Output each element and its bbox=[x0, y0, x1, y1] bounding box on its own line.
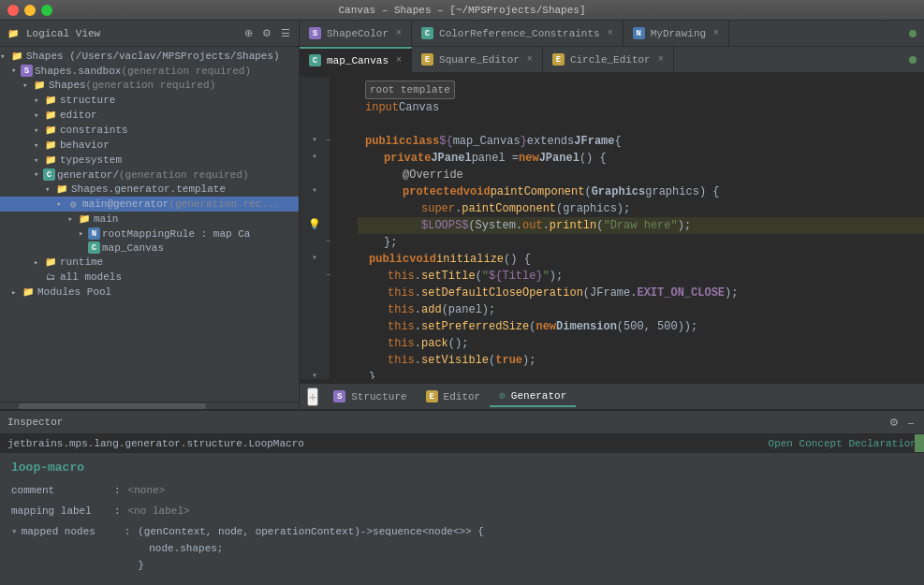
tab-icon-s: S bbox=[309, 27, 321, 39]
tree-item-rootmappingrule[interactable]: N rootMappingRule : map Ca bbox=[0, 227, 299, 241]
out-kw: out bbox=[522, 217, 543, 234]
tree-arrow[interactable] bbox=[11, 287, 21, 298]
tree-item-shapes[interactable]: 📁 Shapes (generation required) bbox=[0, 78, 299, 93]
tree-item-modules-pool[interactable]: 📁 Modules Pool bbox=[0, 285, 299, 300]
tab-editor[interactable]: E Editor bbox=[417, 387, 491, 406]
inspector-area: Inspector ⚙ – jetbrains.mps.lang.generat… bbox=[0, 409, 924, 585]
tree-area[interactable]: 📁 Shapes (/Users/vaclav/MPSProjects/Shap… bbox=[0, 47, 299, 402]
code-line-setdefault: this.setDefaultCloseOperation(JFrame.EXI… bbox=[365, 285, 917, 301]
fold-marker-5[interactable]: ▾ bbox=[312, 370, 317, 381]
green-indicator bbox=[915, 434, 924, 452]
tree-arrow[interactable] bbox=[45, 184, 54, 195]
generator-tab-icon: ⊙ bbox=[499, 389, 506, 402]
tree-arrow[interactable] bbox=[34, 110, 43, 121]
tree-arrow[interactable] bbox=[79, 228, 88, 239]
window-title: Canvas – Shapes – [~/MPSProjects/Shapes] bbox=[338, 5, 585, 16]
code-editor[interactable]: ▾ ▾ ▾ 💡 bbox=[300, 73, 924, 383]
fold-marker-4[interactable]: ▾ bbox=[312, 252, 317, 263]
tree-arrow[interactable] bbox=[22, 80, 32, 91]
toolbar-extra-button[interactable]: ☰ bbox=[278, 25, 293, 41]
tree-arrow[interactable] bbox=[34, 155, 43, 166]
tab-close-button[interactable]: × bbox=[527, 54, 533, 65]
inspector-expand-button[interactable]: – bbox=[905, 415, 917, 431]
side-fold-3[interactable]: – bbox=[326, 271, 330, 280]
prop-name-mapping: mapping label bbox=[11, 503, 114, 519]
maximize-button[interactable] bbox=[41, 5, 52, 16]
tab-close-button[interactable]: × bbox=[396, 28, 402, 38]
tree-item-shapes-sandbox[interactable]: S Shapes.sandbox (generation required) bbox=[0, 64, 299, 78]
pack-parens: (); bbox=[448, 335, 469, 352]
tree-item-map-canvas[interactable]: C map_Canvas bbox=[0, 241, 299, 255]
class-ref: map_Canvas bbox=[453, 133, 521, 150]
tree-item-runtime[interactable]: 📁 runtime bbox=[0, 255, 299, 270]
tree-item-structure[interactable]: 📁 structure bbox=[0, 93, 299, 108]
tab-structure[interactable]: S Structure bbox=[324, 387, 416, 406]
fold-marker-2[interactable]: ▾ bbox=[312, 151, 317, 162]
tree-arrow[interactable] bbox=[34, 169, 43, 180]
tab-colorreference[interactable]: C ColorReference_Constraints × bbox=[412, 21, 623, 46]
fold-marker-3[interactable]: ▾ bbox=[312, 184, 317, 196]
tab-circle-editor[interactable]: E Circle_Editor × bbox=[543, 47, 674, 72]
tab-mydrawing[interactable]: N MyDrawing × bbox=[623, 21, 729, 46]
prop-row-mapped: ▾ mapped nodes : (genContext, node, oper… bbox=[11, 523, 913, 574]
prop-name-mapped: mapped nodes bbox=[22, 523, 125, 540]
tree-item-editor[interactable]: 📁 editor bbox=[0, 108, 299, 123]
bulb-icon[interactable]: 💡 bbox=[308, 218, 321, 230]
toolbar-scroll-up-button[interactable]: ⊕ bbox=[242, 25, 256, 41]
side-fold-2[interactable]: – bbox=[326, 237, 330, 246]
tree-item-main-generator[interactable]: ⚙ main@generator (generation rec... bbox=[0, 197, 299, 212]
tree-arrow[interactable] bbox=[34, 140, 43, 151]
tab-square-editor[interactable]: E Square_Editor × bbox=[412, 47, 543, 72]
add-tab-button[interactable]: + bbox=[307, 388, 318, 406]
tab-close-button[interactable]: × bbox=[396, 55, 402, 66]
titlebar-buttons[interactable] bbox=[7, 5, 52, 16]
scrollbar-horizontal[interactable] bbox=[0, 402, 299, 409]
tab-label: map_Canvas bbox=[327, 55, 389, 66]
tree-item-shapes-root[interactable]: 📁 Shapes (/Users/vaclav/MPSProjects/Shap… bbox=[0, 49, 299, 64]
dot3: . bbox=[415, 285, 421, 301]
side-fold-1[interactable]: – bbox=[326, 136, 330, 145]
tree-arrow[interactable] bbox=[56, 199, 66, 210]
method-setdefault: setDefaultCloseOperation bbox=[421, 285, 583, 301]
dim-arg: ( bbox=[529, 318, 535, 335]
tree-item-main[interactable]: 📁 main bbox=[0, 212, 299, 227]
minimize-button[interactable] bbox=[24, 5, 36, 16]
tab-bar-bottom: C map_Canvas × E Square_Editor × E Circl… bbox=[300, 47, 924, 73]
tree-arrow[interactable] bbox=[67, 214, 77, 225]
gear-icon: ⚙ bbox=[66, 197, 81, 211]
fold-indicator-icon[interactable]: ▾ bbox=[11, 523, 18, 540]
tree-item-generator-template[interactable]: 📁 Shapes.generator.template bbox=[0, 182, 299, 197]
tree-item-generator[interactable]: C generator/ (generation required) bbox=[0, 168, 299, 182]
tab-close-button[interactable]: × bbox=[608, 28, 613, 38]
title-arg: ( bbox=[476, 268, 482, 285]
tab-close-button[interactable]: × bbox=[713, 28, 719, 38]
tree-arrow[interactable] bbox=[34, 125, 43, 136]
tree-item-typesystem[interactable]: 📁 typesystem bbox=[0, 153, 299, 168]
fold-marker-1[interactable]: ▾ bbox=[312, 134, 317, 145]
mapped-code-close: } bbox=[138, 557, 484, 574]
tree-label: map_Canvas bbox=[102, 242, 164, 254]
inspector-header: Inspector ⚙ – bbox=[0, 411, 924, 434]
tab-map-canvas[interactable]: C map_Canvas × bbox=[300, 47, 412, 72]
tree-item-behavior[interactable]: 📁 behavior bbox=[0, 138, 299, 153]
tree-item-all-models[interactable]: 🗂 all models bbox=[0, 270, 299, 285]
tab-shapecolor[interactable]: S ShapeColor × bbox=[300, 21, 412, 46]
tab-generator[interactable]: ⊙ Generator bbox=[490, 386, 576, 407]
tree-arrow[interactable] bbox=[34, 257, 43, 268]
tab-icon-e: E bbox=[421, 53, 433, 66]
paren: () { bbox=[579, 150, 607, 167]
tree-item-constraints[interactable]: 📁 constraints bbox=[0, 123, 299, 138]
open-concept-link[interactable]: Open Concept Declaration bbox=[769, 438, 917, 449]
tree-arrow[interactable] bbox=[11, 66, 21, 76]
close-button[interactable] bbox=[7, 5, 19, 16]
str-title2: " bbox=[543, 268, 550, 285]
semi: ); bbox=[550, 268, 563, 285]
inspector-settings-button[interactable]: ⚙ bbox=[887, 415, 902, 431]
tab-close-button[interactable]: × bbox=[658, 54, 664, 65]
toolbar-settings-button[interactable]: ⚙ bbox=[259, 25, 274, 41]
tree-arrow[interactable] bbox=[34, 95, 43, 106]
tree-label: Shapes.sandbox bbox=[35, 66, 121, 77]
visible-arg: ( bbox=[489, 352, 495, 369]
tree-arrow[interactable] bbox=[0, 51, 9, 62]
code-line-setpreferred: this.setPreferredSize(new Dimension(500,… bbox=[365, 318, 917, 335]
